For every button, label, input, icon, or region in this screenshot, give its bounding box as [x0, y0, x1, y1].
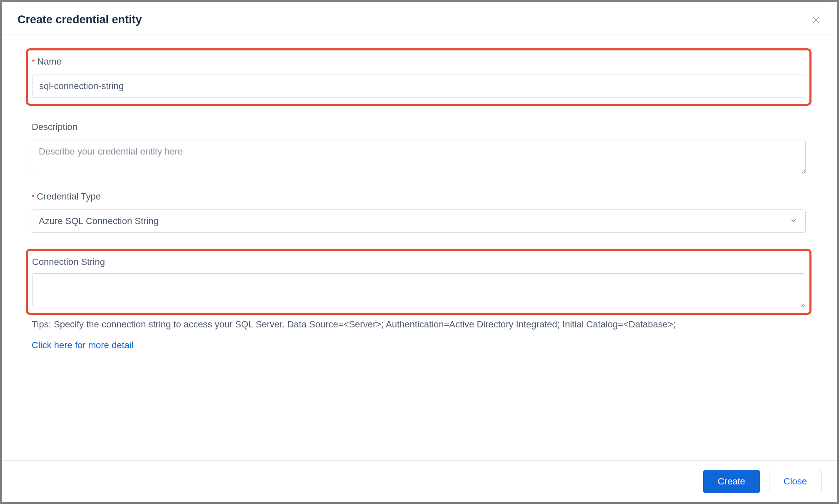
credential-type-selected: Azure SQL Connection String	[32, 210, 806, 233]
description-input[interactable]	[32, 140, 806, 174]
credential-type-label-row: * Credential Type	[32, 191, 806, 202]
modal-header: Create credential entity	[2, 2, 837, 35]
name-label-row: * Name	[32, 56, 805, 67]
name-input[interactable]	[32, 75, 805, 98]
connection-string-field-group: Connection String	[26, 249, 812, 315]
modal-body: * Name Description * Credential Type Azu…	[2, 35, 837, 460]
connection-string-label: Connection String	[32, 257, 105, 267]
modal-title: Create credential entity	[17, 13, 142, 26]
description-field-group: Description	[32, 122, 806, 175]
required-asterisk: *	[32, 59, 35, 66]
modal-footer: Create Close	[2, 460, 837, 502]
credential-type-label: Credential Type	[37, 191, 101, 202]
credential-type-select[interactable]: Azure SQL Connection String	[32, 210, 806, 233]
description-label-row: Description	[32, 122, 806, 132]
create-credential-modal: Create credential entity * Name Descript…	[2, 2, 837, 502]
connection-string-input[interactable]	[32, 273, 805, 307]
create-button[interactable]: Create	[703, 470, 760, 493]
description-label: Description	[32, 122, 77, 132]
name-field-group: * Name	[26, 48, 812, 106]
name-label: Name	[37, 56, 62, 67]
close-button[interactable]: Close	[769, 470, 822, 493]
close-icon[interactable]	[811, 15, 822, 25]
more-detail-link[interactable]: Click here for more detail	[32, 340, 134, 351]
required-asterisk: *	[32, 194, 34, 201]
credential-type-field-group: * Credential Type Azure SQL Connection S…	[32, 191, 806, 233]
connection-string-tips: Tips: Specify the connection string to a…	[32, 319, 806, 330]
connection-string-label-row: Connection String	[32, 257, 805, 267]
